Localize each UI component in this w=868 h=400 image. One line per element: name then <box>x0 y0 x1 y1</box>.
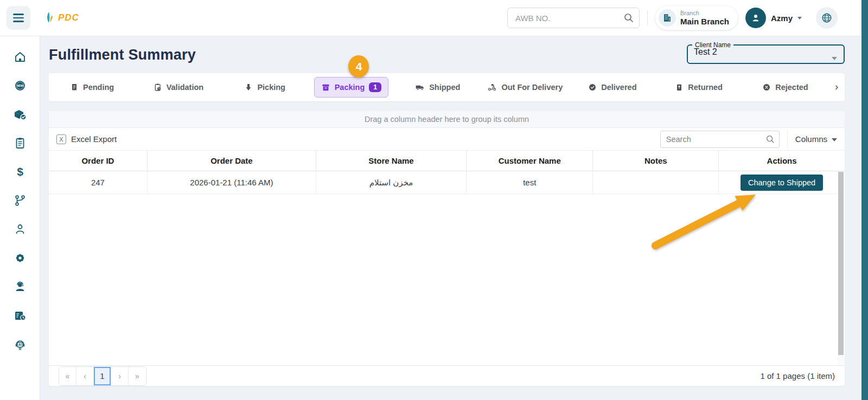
status-tabs: Pending Validation Picking <box>49 73 845 101</box>
finance-dollar-icon: $ <box>14 165 27 178</box>
tab-validation[interactable]: Validation <box>135 73 221 101</box>
search-icon <box>623 12 634 23</box>
next-page-button[interactable]: › <box>111 367 129 385</box>
header-store-name[interactable]: Store Name <box>316 151 467 171</box>
cell-store-name: مخزن استلام <box>316 171 467 193</box>
app-logo: PDC <box>44 11 79 25</box>
sidebar-item-inventory[interactable] <box>12 108 28 121</box>
cell-order-date: 2026-01-21 (11:46 AM) <box>148 171 316 193</box>
hand-down-icon <box>244 83 253 92</box>
ai-assistant-icon: AI <box>13 337 27 351</box>
main-content: Fulfillment Summary Client Name Test 2 P… <box>40 36 868 400</box>
change-to-shipped-button[interactable]: Change to Shipped <box>741 175 823 191</box>
avatar <box>745 8 766 28</box>
first-page-button[interactable]: « <box>59 367 76 385</box>
awb-search-input[interactable] <box>507 8 640 28</box>
tutorial-step-badge: 4 <box>348 55 369 78</box>
header-order-date[interactable]: Order Date <box>148 151 316 171</box>
globe-icon <box>821 12 833 24</box>
sidebar-item-scheduled-orders[interactable] <box>12 309 28 322</box>
page-scrollbar[interactable] <box>861 0 868 400</box>
grid-search-input[interactable] <box>660 131 780 148</box>
sidebar-item-workflow[interactable] <box>12 194 28 207</box>
branch-label: Branch <box>680 10 729 17</box>
table-scrollbar-track <box>838 172 844 365</box>
tab-returned[interactable]: Returned <box>656 73 742 101</box>
tab-label: Rejected <box>775 83 808 92</box>
sidebar-item-orders[interactable] <box>12 137 28 150</box>
excel-export-label: Excel Export <box>71 134 117 144</box>
box-icon <box>321 83 330 92</box>
sidebar-item-settings[interactable] <box>12 251 28 264</box>
header-order-id[interactable]: Order ID <box>49 151 148 171</box>
table-header-row: Order ID Order Date Store Name Customer … <box>49 151 845 171</box>
group-panel[interactable]: Drag a column header here to group its c… <box>49 111 845 128</box>
package-schedule-icon <box>13 309 27 322</box>
last-page-button[interactable]: » <box>129 367 146 385</box>
grid-toolbar: X Excel Export Columns <box>49 128 845 151</box>
branch-value: Main Branch <box>680 17 729 26</box>
package-check-icon <box>13 108 27 121</box>
topbar: PDC Branch Main Branch <box>0 0 868 36</box>
tab-picking[interactable]: Picking <box>222 73 308 101</box>
awb-search <box>507 8 640 28</box>
receipt-icon <box>70 83 79 92</box>
clipboard-clock-icon <box>154 83 162 92</box>
columns-caret-icon <box>832 138 837 141</box>
settings-gear-icon <box>14 251 27 264</box>
branch-selector[interactable]: Branch Main Branch <box>655 6 738 30</box>
column-chooser-button[interactable]: Columns <box>787 131 837 148</box>
x-circle-icon <box>762 83 771 92</box>
language-button[interactable] <box>816 7 838 29</box>
client-name-select[interactable]: Client Name Test 2 <box>687 41 845 64</box>
excel-export-button[interactable]: X Excel Export <box>56 134 117 144</box>
header-customer-name[interactable]: Customer Name <box>467 151 593 171</box>
check-circle-icon <box>588 83 597 92</box>
user-icon <box>750 12 761 23</box>
header-notes[interactable]: Notes <box>593 151 719 171</box>
table-body-empty-area <box>49 194 845 365</box>
columns-label: Columns <box>795 134 827 144</box>
menu-toggle-button[interactable] <box>7 6 30 30</box>
tab-shipped[interactable]: Shipped <box>394 73 481 101</box>
page-summary: 1 of 1 pages (1 item) <box>760 371 835 380</box>
table-row[interactable]: 247 2026-01-21 (11:46 AM) مخزن استلام te… <box>49 171 845 194</box>
orders-grid: Drag a column header here to group its c… <box>49 111 845 386</box>
pager: « ‹ 1 › » <box>59 366 146 386</box>
tab-label: Delivered <box>601 83 636 92</box>
sidebar-item-support[interactable] <box>12 280 28 293</box>
chevron-down-icon <box>797 17 802 20</box>
tab-delivered[interactable]: Delivered <box>569 73 655 101</box>
sidebar-item-new[interactable]: NEW <box>12 79 28 92</box>
table-scrollbar-thumb[interactable] <box>838 172 844 355</box>
sidebar-item-home[interactable] <box>12 50 28 63</box>
tab-label: Returned <box>688 83 723 92</box>
cell-customer-name: test <box>467 171 593 193</box>
tab-label: Out For Delivery <box>501 83 563 92</box>
tab-out-for-delivery[interactable]: Out For Delivery <box>481 73 569 101</box>
tab-label: Picking <box>257 83 285 92</box>
excel-icon: X <box>56 134 66 144</box>
sidebar-item-ai-assistant[interactable]: AI <box>12 338 28 351</box>
user-menu[interactable]: Azmy <box>745 8 802 28</box>
sidebar: NEW $ <box>0 36 40 400</box>
home-icon <box>14 50 27 63</box>
tab-pending[interactable]: Pending <box>49 73 135 101</box>
chevron-down-icon <box>832 57 837 60</box>
support-agent-icon <box>14 280 27 293</box>
logo-text: PDC <box>58 12 79 23</box>
page-title: Fulfillment Summary <box>49 47 196 63</box>
tab-packing[interactable]: 4 Packing 1 <box>308 73 394 101</box>
sidebar-item-users[interactable] <box>12 223 28 236</box>
scooter-icon <box>487 83 497 92</box>
sidebar-item-finance[interactable]: $ <box>12 165 28 178</box>
svg-text:AI: AI <box>18 343 22 346</box>
user-name: Azmy <box>771 14 793 23</box>
search-icon <box>765 134 775 144</box>
previous-page-button[interactable]: ‹ <box>76 367 94 385</box>
orders-clipboard-icon <box>14 137 27 150</box>
tab-rejected[interactable]: Rejected <box>742 73 828 101</box>
header-actions[interactable]: Actions <box>719 151 845 171</box>
tabs-scroll-next-button[interactable]: › <box>828 81 845 93</box>
current-page-button[interactable]: 1 <box>94 367 111 385</box>
